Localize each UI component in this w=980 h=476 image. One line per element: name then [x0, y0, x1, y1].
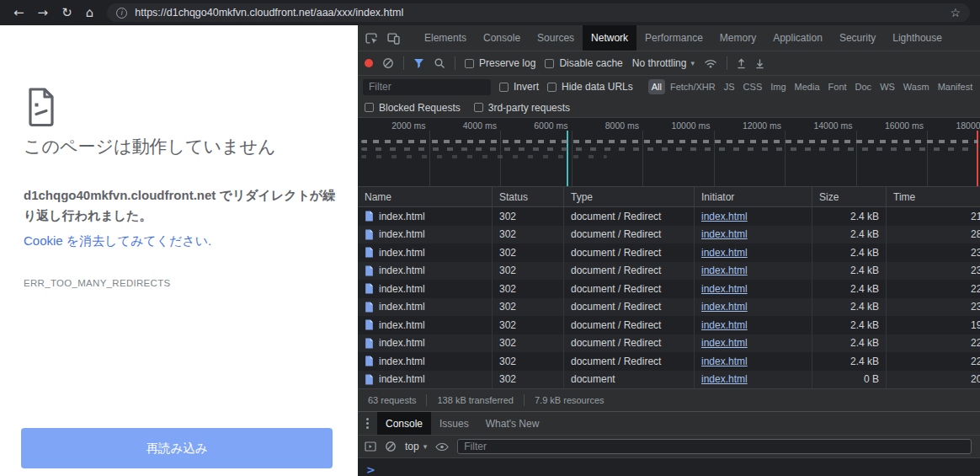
request-time-cell: 22	[887, 334, 980, 353]
address-bar[interactable]: i https://d1chqgo40mkfvn.cloudfront.net/…	[107, 3, 970, 22]
export-har-icon[interactable]	[755, 58, 764, 69]
type-filter-font[interactable]: Font	[825, 79, 850, 94]
type-filter-doc[interactable]: Doc	[852, 79, 876, 94]
drawer-tab-what-s-new[interactable]: What's New	[477, 412, 548, 435]
tab-memory[interactable]: Memory	[711, 25, 764, 51]
devtools-tabbar: ElementsConsoleSourcesNetworkPerformance…	[358, 25, 980, 51]
type-filter-js[interactable]: JS	[721, 79, 738, 94]
blocked-requests-checkbox[interactable]: Blocked Requests	[365, 102, 461, 114]
request-initiator-cell: index.html	[695, 334, 812, 353]
record-network-log-button[interactable]	[365, 59, 373, 67]
console-toolbar: top ▾	[358, 435, 980, 457]
drawer-tab-console[interactable]: Console	[377, 412, 431, 435]
document-icon	[365, 247, 374, 258]
type-filter-wasm[interactable]: Wasm	[900, 79, 933, 94]
disable-cache-checkbox[interactable]: Disable cache	[545, 57, 622, 69]
initiator-link[interactable]: index.html	[701, 211, 748, 222]
type-filter-all[interactable]: All	[648, 79, 665, 94]
initiator-link[interactable]: index.html	[701, 228, 748, 240]
forward-button[interactable]: →	[38, 7, 49, 19]
search-icon[interactable]	[434, 57, 445, 69]
clear-console-icon[interactable]	[385, 441, 397, 452]
column-header-initiator[interactable]: Initiator	[695, 187, 812, 206]
third-party-requests-checkbox[interactable]: 3rd-party requests	[474, 102, 570, 114]
column-header-time[interactable]: Time	[887, 187, 980, 206]
network-request-row[interactable]: index.html302document / Redirectindex.ht…	[358, 207, 980, 226]
home-button[interactable]: ⌂	[86, 7, 94, 19]
network-request-row[interactable]: index.html302documentindex.html0 B20	[358, 371, 980, 389]
filter-toggle-icon[interactable]	[413, 58, 424, 69]
initiator-link[interactable]: index.html	[701, 319, 748, 331]
console-filter-input[interactable]	[457, 439, 972, 454]
console-context-select[interactable]: top ▾	[405, 441, 427, 452]
hide-data-urls-checkbox[interactable]: Hide data URLs	[547, 81, 633, 93]
initiator-link[interactable]: index.html	[701, 301, 748, 313]
network-request-row[interactable]: index.html302document / Redirectindex.ht…	[358, 262, 980, 281]
checkbox-box	[474, 103, 483, 112]
tab-application[interactable]: Application	[764, 25, 831, 51]
initiator-link[interactable]: index.html	[701, 356, 748, 367]
initiator-link[interactable]: index.html	[701, 265, 748, 276]
type-filter-media[interactable]: Media	[791, 79, 823, 94]
type-filter-css[interactable]: CSS	[740, 79, 766, 94]
tab-console[interactable]: Console	[475, 25, 529, 51]
column-header-status[interactable]: Status	[493, 187, 564, 206]
network-summary-bar: 63 requests138 kB transferred7.9 kB reso…	[358, 388, 980, 411]
url-text[interactable]: https://d1chqgo40mkfvn.cloudfront.net/aa…	[135, 7, 942, 19]
reload-page-button[interactable]: 再読み込み	[21, 428, 333, 468]
tab-lighthouse[interactable]: Lighthouse	[884, 25, 951, 51]
back-button[interactable]: ←	[13, 7, 24, 19]
reload-nav-button[interactable]: ↻	[61, 7, 72, 19]
tab-network[interactable]: Network	[583, 25, 636, 51]
drawer-tab-issues[interactable]: Issues	[431, 412, 477, 435]
network-request-row[interactable]: index.html302document / Redirectindex.ht…	[358, 280, 980, 298]
waterfall-preview-bars	[361, 140, 978, 143]
device-toolbar-icon[interactable]	[387, 32, 400, 45]
type-filter-manifest[interactable]: Manifest	[935, 79, 977, 94]
timeline-tick-label: 10000 ms	[652, 120, 711, 131]
document-icon	[365, 265, 374, 276]
initiator-link[interactable]: index.html	[701, 337, 748, 349]
import-har-icon[interactable]	[737, 58, 746, 69]
preserve-log-checkbox[interactable]: Preserve log	[465, 57, 535, 69]
console-sidebar-icon[interactable]	[365, 441, 376, 452]
divider	[403, 56, 404, 70]
throttling-select[interactable]: No throttling ▾	[632, 57, 695, 69]
timeline-gridline	[927, 131, 928, 186]
page-info-icon[interactable]: i	[116, 8, 127, 19]
console-prompt[interactable]: >	[358, 457, 980, 476]
network-request-row[interactable]: index.html302document / Redirectindex.ht…	[358, 298, 980, 317]
live-expression-eye-icon[interactable]	[435, 442, 449, 452]
network-request-row[interactable]: index.html302document / Redirectindex.ht…	[358, 226, 980, 244]
network-request-row[interactable]: index.html302document / Redirectindex.ht…	[358, 352, 980, 371]
clear-cookies-link[interactable]: Cookie を消去してみてください.	[24, 233, 211, 249]
column-header-name[interactable]: Name	[358, 187, 493, 206]
clear-network-log-icon[interactable]	[382, 57, 394, 69]
network-request-row[interactable]: index.html302document / Redirectindex.ht…	[358, 316, 980, 334]
network-request-row[interactable]: index.html302document / Redirectindex.ht…	[358, 243, 980, 262]
initiator-link[interactable]: index.html	[701, 373, 748, 385]
column-header-size[interactable]: Size	[812, 187, 887, 206]
type-filter-fetch-xhr[interactable]: Fetch/XHR	[667, 79, 719, 94]
bookmark-star-icon[interactable]: ☆	[950, 6, 961, 19]
network-conditions-wifi-icon[interactable]	[704, 58, 717, 68]
tab-elements[interactable]: Elements	[416, 25, 475, 51]
type-filter-ws[interactable]: WS	[876, 79, 898, 94]
column-header-type[interactable]: Type	[564, 187, 695, 206]
tab-performance[interactable]: Performance	[636, 25, 711, 51]
initiator-link[interactable]: index.html	[701, 247, 748, 259]
chevron-down-icon: ▾	[690, 59, 695, 67]
request-time: 22	[887, 337, 980, 349]
initiator-link[interactable]: index.html	[701, 283, 748, 295]
tab-security[interactable]: Security	[831, 25, 884, 51]
request-type-cell: document / Redirect	[564, 243, 695, 262]
checkbox-box	[545, 59, 554, 68]
type-filter-img[interactable]: Img	[767, 79, 789, 94]
drawer-menu-icon[interactable]	[358, 412, 377, 435]
network-filter-input[interactable]	[363, 79, 491, 95]
timeline-overview[interactable]: 2000 ms4000 ms6000 ms8000 ms10000 ms1200…	[358, 117, 980, 186]
tab-sources[interactable]: Sources	[529, 25, 583, 51]
inspect-element-icon[interactable]	[365, 32, 378, 45]
invert-checkbox[interactable]: Invert	[499, 81, 539, 93]
network-request-row[interactable]: index.html302document / Redirectindex.ht…	[358, 334, 980, 353]
